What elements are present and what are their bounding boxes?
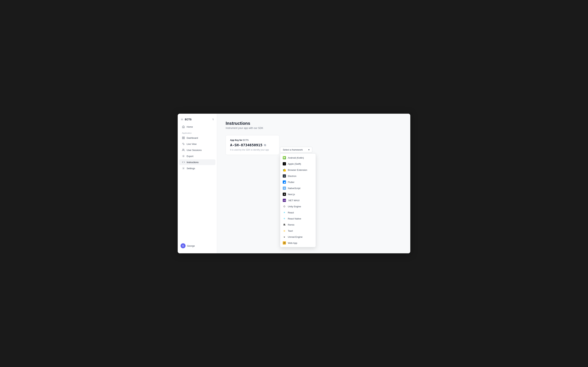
framework-label: Web App <box>288 242 297 244</box>
svg-point-6 <box>183 156 184 157</box>
sidebar: ECTS ⇅ Home Application Dashboard Live V… <box>178 114 217 253</box>
remix-icon: 𝗥 <box>283 223 286 226</box>
svg-rect-2 <box>184 137 185 138</box>
dashboard-icon <box>182 136 185 139</box>
page-subtitle: Instrument your app with our SDK <box>226 126 402 129</box>
framework-option-nativescript[interactable]: NNativeScript <box>280 185 316 191</box>
reactnative-icon: ⚛ <box>283 217 286 220</box>
home-icon <box>182 125 185 128</box>
framework-label: Apple (Swift) <box>288 163 301 165</box>
tauri-icon: ◎ <box>283 229 286 232</box>
app-key-value: A-SH-8734650915 ⧉ <box>230 143 275 147</box>
avatar: G <box>180 243 186 248</box>
user-sessions-icon <box>182 149 185 151</box>
netmaui-icon: .net <box>283 199 286 202</box>
flutter-icon: ◢ <box>283 180 286 184</box>
framework-option-tauri[interactable]: ◎Tauri <box>280 228 316 234</box>
export-icon <box>182 155 185 158</box>
chevron-updown-icon[interactable]: ⇅ <box>212 118 214 121</box>
app-key-string: A-SH-8734650915 <box>230 143 262 147</box>
framework-option-apple[interactable]: Apple (Swift) <box>280 161 316 167</box>
framework-selector-placeholder: Select a framework <box>283 148 302 151</box>
electron-icon: e <box>283 174 286 178</box>
webapp-icon: JS <box>283 241 286 245</box>
page-title: Instructions <box>226 121 402 126</box>
user-name: George <box>187 245 195 247</box>
settings-label: Settings <box>187 167 195 170</box>
framework-label: Unreal Engine <box>288 236 302 238</box>
settings-icon <box>182 167 185 170</box>
framework-option-electron[interactable]: eElectron <box>280 173 316 179</box>
main-content: Instructions Instrument your app with ou… <box>217 114 410 253</box>
section-application-label: Application <box>178 130 217 135</box>
framework-label: .NET MAUI <box>288 199 300 202</box>
framework-label: Tauri <box>288 230 293 232</box>
framework-label: React Native <box>288 217 301 220</box>
framework-label: Next.js <box>288 193 295 196</box>
framework-label: Unity Engine <box>288 205 301 208</box>
user-profile[interactable]: G George <box>178 241 217 250</box>
framework-option-webapp[interactable]: JSWeb App <box>280 240 316 246</box>
framework-option-react[interactable]: ⚛React <box>280 209 316 216</box>
chrome-icon <box>283 168 286 172</box>
app-window: ECTS ⇅ Home Application Dashboard Live V… <box>178 114 410 253</box>
framework-option-flutter[interactable]: ◢Flutter <box>280 179 316 185</box>
framework-label: Remix <box>288 223 294 226</box>
framework-label: Flutter <box>288 181 294 184</box>
unity-icon: ⬡ <box>283 205 286 208</box>
framework-option-android[interactable]: ◓Android (Kotlin) <box>280 155 316 161</box>
nativescript-icon: N <box>283 187 286 190</box>
framework-label: NativeScript <box>288 187 300 190</box>
android-icon: ◓ <box>283 156 286 159</box>
live-view-label: Live View <box>187 143 196 145</box>
framework-option-netmaui[interactable]: .net.NET MAUI <box>280 197 316 203</box>
app-key-label: App Key for ECTS <box>230 139 275 142</box>
sidebar-item-user-sessions[interactable]: User Sessions <box>179 147 215 153</box>
framework-option-unreal[interactable]: ᵾUnreal Engine <box>280 234 316 240</box>
sidebar-header: ECTS ⇅ <box>178 117 217 124</box>
framework-selector-button[interactable]: Select a framework ▾ <box>280 147 312 153</box>
svg-point-0 <box>182 119 182 120</box>
sidebar-item-live-view[interactable]: Live View <box>179 141 215 147</box>
home-label: Home <box>187 125 193 128</box>
framework-option-unity[interactable]: ⬡Unity Engine <box>280 203 316 209</box>
app-key-card: App Key for ECTS A-SH-8734650915 ⧉ It is… <box>226 135 279 155</box>
unreal-icon: ᵾ <box>283 235 286 238</box>
app-key-app-name: ECTS <box>243 139 249 142</box>
svg-rect-4 <box>184 138 185 139</box>
instructions-label: Instructions <box>187 161 198 164</box>
sidebar-app-name: ECTS <box>185 118 191 121</box>
gear-icon <box>180 118 183 121</box>
instructions-icon <box>182 161 185 164</box>
svg-point-7 <box>183 168 184 169</box>
sidebar-item-export[interactable]: Export <box>179 153 215 159</box>
apple-icon:  <box>283 162 286 166</box>
framework-label: Browser Extension <box>288 169 307 171</box>
sidebar-header-left: ECTS <box>180 118 191 121</box>
framework-label: Android (Kotlin) <box>288 157 304 159</box>
svg-rect-1 <box>182 137 183 138</box>
svg-rect-3 <box>182 138 183 139</box>
live-view-icon <box>182 142 185 145</box>
app-key-description: It is used by the SDK to identify your a… <box>230 149 275 151</box>
dashboard-label: Dashboard <box>187 137 198 139</box>
export-label: Export <box>187 155 193 158</box>
chevron-down-icon: ▾ <box>308 148 310 151</box>
sidebar-item-home[interactable]: Home <box>179 124 215 130</box>
user-sessions-label: User Sessions <box>187 149 202 151</box>
framework-label: React <box>288 211 294 214</box>
copy-icon[interactable]: ⧉ <box>264 143 266 147</box>
framework-option-browser-extension[interactable]: Browser Extension <box>280 167 316 173</box>
svg-point-5 <box>182 149 183 150</box>
framework-selector-wrapper: Select a framework ▾ ◓Android (Kotlin)A… <box>280 147 312 153</box>
sidebar-item-dashboard[interactable]: Dashboard <box>179 135 215 141</box>
react-icon: ⚛ <box>283 211 286 214</box>
nextjs-icon: N <box>283 193 286 196</box>
framework-option-react-native[interactable]: ⚛React Native <box>280 216 316 222</box>
sidebar-item-instructions[interactable]: Instructions <box>179 159 215 165</box>
framework-label: Electron <box>288 175 296 177</box>
framework-option-remix[interactable]: 𝗥Remix <box>280 222 316 228</box>
framework-option-nextjs[interactable]: NNext.js <box>280 191 316 197</box>
sidebar-item-settings[interactable]: Settings <box>179 166 215 171</box>
framework-dropdown-menu: ◓Android (Kotlin)Apple (Swift) Browser … <box>280 153 316 247</box>
